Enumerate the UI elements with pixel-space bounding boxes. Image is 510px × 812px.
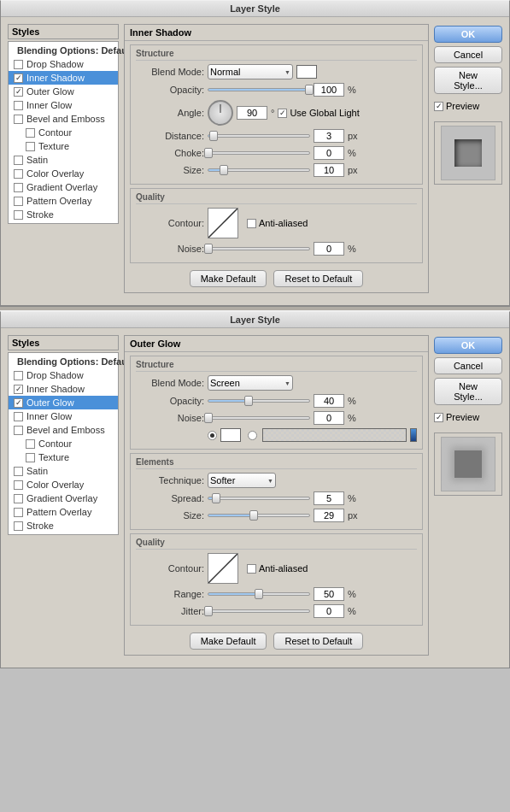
- style-item-texture-1[interactable]: Texture: [9, 139, 118, 153]
- style-item-gradient-overlay-2[interactable]: Gradient Overlay: [9, 491, 118, 505]
- gradient-overlay-check-2[interactable]: [14, 494, 23, 503]
- gradient-arrow-2[interactable]: [410, 428, 417, 442]
- choke-slider-1[interactable]: [208, 151, 310, 155]
- stroke-check-2[interactable]: [14, 521, 23, 531]
- preview-check-1[interactable]: [434, 102, 443, 111]
- anti-alias-check-1[interactable]: [247, 219, 256, 228]
- style-item-blending-2[interactable]: Blending Options: Default: [9, 355, 118, 368]
- contour-check-2[interactable]: [26, 439, 35, 449]
- style-item-drop-shadow-1[interactable]: Drop Shadow: [9, 57, 118, 71]
- color-overlay-check-1[interactable]: [14, 169, 23, 179]
- noise-slider-1[interactable]: [208, 247, 310, 250]
- cancel-button-1[interactable]: Cancel: [434, 46, 502, 63]
- style-item-contour-1[interactable]: Contour: [9, 126, 118, 139]
- new-style-button-2[interactable]: New Style...: [434, 378, 502, 405]
- blend-mode-select-1[interactable]: Normal Multiply Screen: [208, 64, 293, 79]
- style-item-satin-2[interactable]: Satin: [9, 464, 118, 478]
- anti-alias-label-1[interactable]: Anti-aliased: [247, 218, 308, 228]
- color-radio-gradient-2[interactable]: [248, 431, 257, 440]
- bevel-check-2[interactable]: [14, 426, 23, 435]
- style-item-drop-shadow-2[interactable]: Drop Shadow: [9, 368, 118, 382]
- make-default-button-1[interactable]: Make Default: [190, 270, 267, 287]
- style-item-inner-glow-2[interactable]: Inner Glow: [9, 409, 118, 423]
- bevel-check-1[interactable]: [14, 115, 23, 124]
- style-item-satin-1[interactable]: Satin: [9, 153, 118, 167]
- style-item-stroke-2[interactable]: Stroke: [9, 519, 118, 533]
- angle-input-1[interactable]: [237, 106, 267, 120]
- style-item-gradient-overlay-1[interactable]: Gradient Overlay: [9, 180, 118, 194]
- pattern-overlay-check-2[interactable]: [14, 508, 23, 517]
- size-input-2[interactable]: [314, 509, 344, 522]
- new-style-button-1[interactable]: New Style...: [434, 67, 502, 94]
- inner-glow-check-1[interactable]: [14, 101, 23, 110]
- contour-preview-1[interactable]: [208, 208, 238, 238]
- opacity-input-1[interactable]: [314, 83, 344, 97]
- opacity-slider-1[interactable]: [208, 88, 310, 91]
- style-item-texture-2[interactable]: Texture: [9, 450, 118, 464]
- style-item-inner-shadow-2[interactable]: Inner Shadow: [9, 382, 118, 396]
- style-item-color-overlay-2[interactable]: Color Overlay: [9, 478, 118, 491]
- style-item-bevel-1[interactable]: Bevel and Emboss: [9, 112, 118, 126]
- cancel-button-2[interactable]: Cancel: [434, 357, 502, 374]
- glow-color-box-2[interactable]: [220, 428, 241, 442]
- range-slider-2[interactable]: [208, 592, 310, 596]
- style-item-outer-glow-1[interactable]: Outer Glow: [9, 85, 118, 98]
- style-item-inner-shadow-1[interactable]: Inner Shadow: [9, 71, 118, 85]
- gradient-overlay-check-1[interactable]: [14, 183, 23, 192]
- style-item-pattern-overlay-1[interactable]: Pattern Overlay: [9, 194, 118, 208]
- distance-slider-1[interactable]: [208, 134, 310, 138]
- preview-label-1[interactable]: Preview: [434, 101, 502, 111]
- size-input-1[interactable]: [314, 163, 344, 177]
- style-item-contour-2[interactable]: Contour: [9, 437, 118, 450]
- drop-shadow-check-2[interactable]: [14, 371, 23, 380]
- color-radio-solid-2[interactable]: [208, 431, 217, 440]
- style-item-color-overlay-1[interactable]: Color Overlay: [9, 167, 118, 180]
- texture-check-1[interactable]: [26, 142, 35, 151]
- satin-check-2[interactable]: [14, 467, 23, 476]
- outer-glow-check-2[interactable]: [14, 398, 23, 408]
- spread-input-2[interactable]: [314, 491, 344, 505]
- global-light-check-1[interactable]: [278, 109, 287, 118]
- opacity-slider-2[interactable]: [208, 399, 310, 403]
- stroke-check-1[interactable]: [14, 210, 23, 220]
- opacity-input-2[interactable]: [314, 394, 344, 408]
- anti-alias-check-2[interactable]: [247, 564, 256, 574]
- color-overlay-check-2[interactable]: [14, 480, 23, 490]
- style-item-stroke-1[interactable]: Stroke: [9, 208, 118, 221]
- jitter-input-2[interactable]: [314, 604, 344, 618]
- style-item-blending-1[interactable]: Blending Options: Default: [9, 44, 118, 57]
- reset-default-button-2[interactable]: Reset to Default: [273, 633, 363, 650]
- drop-shadow-check-1[interactable]: [14, 60, 23, 69]
- size-slider-1[interactable]: [208, 168, 310, 172]
- inner-shadow-check-2[interactable]: [14, 385, 23, 394]
- satin-check-1[interactable]: [14, 156, 23, 165]
- preview-label-2[interactable]: Preview: [434, 412, 502, 422]
- glow-gradient-bar-2[interactable]: [262, 428, 407, 442]
- ok-button-2[interactable]: OK: [434, 337, 502, 354]
- make-default-button-2[interactable]: Make Default: [190, 633, 267, 650]
- jitter-slider-2[interactable]: [208, 609, 310, 613]
- inner-glow-check-2[interactable]: [14, 412, 23, 421]
- angle-dial-1[interactable]: [208, 100, 233, 126]
- spread-slider-2[interactable]: [208, 497, 310, 500]
- distance-input-1[interactable]: [314, 129, 344, 143]
- range-input-2[interactable]: [314, 587, 344, 601]
- anti-alias-label-2[interactable]: Anti-aliased: [247, 563, 308, 574]
- noise-input-struct-2[interactable]: [314, 411, 344, 425]
- ok-button-1[interactable]: OK: [434, 26, 502, 43]
- inner-shadow-check-1[interactable]: [14, 74, 23, 83]
- pattern-overlay-check-1[interactable]: [14, 197, 23, 206]
- texture-check-2[interactable]: [26, 453, 35, 462]
- blend-mode-select-2[interactable]: Screen Normal Multiply: [208, 375, 293, 391]
- style-item-pattern-overlay-2[interactable]: Pattern Overlay: [9, 505, 118, 519]
- size-slider-2[interactable]: [208, 514, 310, 517]
- outer-glow-check-1[interactable]: [14, 87, 23, 97]
- contour-check-1[interactable]: [26, 128, 35, 138]
- style-item-outer-glow-2[interactable]: Outer Glow: [9, 396, 118, 409]
- technique-select-2[interactable]: Softer Precise: [208, 473, 276, 488]
- global-light-label-1[interactable]: Use Global Light: [278, 108, 359, 118]
- noise-input-1[interactable]: [314, 242, 344, 256]
- noise-slider-struct-2[interactable]: [208, 416, 310, 420]
- blend-color-box-1[interactable]: [296, 65, 317, 79]
- contour-preview-2[interactable]: [208, 553, 238, 584]
